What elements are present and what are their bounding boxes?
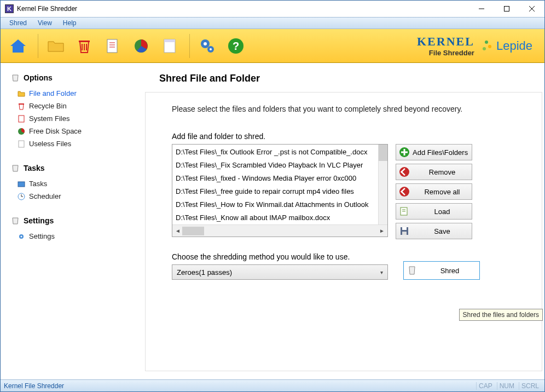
folder-button[interactable] bbox=[43, 33, 69, 59]
sidebar: Options File and Folder Recycle Bin Syst… bbox=[1, 63, 143, 379]
brand-sub: File Shredder bbox=[417, 49, 474, 57]
add-files-button[interactable]: Add Files\Folders bbox=[396, 144, 472, 160]
sidebar-group-tasks: Tasks bbox=[10, 163, 137, 173]
list-item[interactable]: D:\Test Files\_fix Outlook Error _.pst i… bbox=[176, 146, 387, 159]
load-button[interactable]: Load bbox=[396, 203, 472, 220]
svg-rect-36 bbox=[401, 152, 408, 153]
shred-button[interactable]: Shred bbox=[403, 261, 480, 280]
list-item[interactable]: D:\Test Files\_Fix Scrambled Video Playb… bbox=[176, 159, 387, 172]
file-icon bbox=[17, 114, 26, 123]
folder-icon bbox=[17, 89, 26, 98]
sidebar-group-settings: Settings bbox=[10, 216, 137, 226]
remove-button[interactable]: Remove bbox=[396, 164, 472, 180]
sidebar-item-system-files[interactable]: System Files bbox=[10, 112, 137, 125]
svg-point-23 bbox=[485, 41, 488, 44]
remove-icon bbox=[398, 166, 410, 178]
main-panel: Shred File and Folder Please select the … bbox=[143, 63, 544, 379]
list-label: Add file and folder to shred. bbox=[172, 132, 532, 141]
svg-rect-8 bbox=[107, 39, 117, 53]
tooltip: Shred the files and folders bbox=[459, 309, 543, 321]
svg-point-22 bbox=[488, 45, 491, 48]
vendor-logo: Lepide bbox=[481, 39, 540, 53]
svg-point-21 bbox=[483, 47, 486, 50]
app-icon: K bbox=[5, 4, 14, 13]
svg-rect-45 bbox=[402, 227, 407, 230]
separator bbox=[189, 34, 190, 58]
help-button[interactable]: ? bbox=[223, 33, 249, 59]
svg-point-16 bbox=[204, 42, 207, 45]
clock-icon bbox=[17, 192, 26, 201]
system-files-button[interactable] bbox=[100, 33, 126, 59]
save-button[interactable]: Save bbox=[396, 223, 472, 239]
menu-view[interactable]: View bbox=[32, 18, 57, 28]
tasks-group-icon bbox=[10, 163, 20, 173]
window-title: Kernel File Shredder bbox=[17, 5, 77, 13]
useless-files-button[interactable] bbox=[156, 33, 183, 59]
svg-rect-28 bbox=[18, 182, 25, 187]
list-item[interactable]: D:\Test Files\_How to Fix Winmail.dat At… bbox=[176, 198, 387, 211]
settings-button[interactable] bbox=[194, 33, 221, 59]
toolbar: ? KERNEL File Shredder Lepide bbox=[1, 29, 544, 63]
menu-shred[interactable]: Shred bbox=[4, 18, 32, 28]
sidebar-item-tasks[interactable]: Tasks bbox=[10, 177, 137, 190]
remove-icon bbox=[398, 186, 410, 198]
list-item[interactable]: D:\Test Files\_Know all about IMAP mailb… bbox=[176, 211, 387, 224]
maximize-button[interactable] bbox=[494, 1, 519, 17]
shred-icon bbox=[406, 264, 418, 276]
svg-point-18 bbox=[210, 48, 212, 50]
separator bbox=[38, 34, 38, 58]
sidebar-item-scheduler[interactable]: Scheduler bbox=[10, 190, 137, 203]
intro-text: Please select the files and folders that… bbox=[172, 105, 489, 113]
method-label: Choose the shredding method you would li… bbox=[172, 252, 388, 261]
page-title: Shred File and Folder bbox=[159, 73, 544, 84]
tasks-icon bbox=[17, 180, 26, 188]
home-button[interactable] bbox=[5, 33, 31, 59]
menubar: Shred View Help bbox=[1, 17, 544, 29]
minimize-button[interactable] bbox=[469, 1, 494, 17]
remove-all-button[interactable]: Remove all bbox=[396, 183, 472, 200]
svg-rect-27 bbox=[19, 141, 24, 147]
horizontal-scrollbar[interactable]: ◄► bbox=[172, 224, 387, 237]
gear-icon bbox=[17, 232, 26, 241]
sidebar-item-useless-files[interactable]: Useless Files bbox=[10, 137, 137, 150]
status-text: Kernel File Shredder bbox=[4, 382, 64, 390]
sidebar-item-recycle-bin[interactable]: Recycle Bin bbox=[10, 100, 137, 112]
svg-point-33 bbox=[21, 235, 22, 237]
options-icon bbox=[10, 73, 20, 83]
brand: KERNEL File Shredder bbox=[417, 34, 481, 57]
titlebar: K Kernel File Shredder bbox=[1, 1, 544, 17]
sidebar-group-options: Options bbox=[10, 73, 137, 83]
blank-file-icon bbox=[17, 140, 26, 148]
plus-icon bbox=[398, 146, 410, 158]
status-scrl: SCRL bbox=[519, 382, 541, 390]
svg-rect-14 bbox=[164, 39, 175, 42]
method-dropdown[interactable]: Zeroes(1 passes) ▾ bbox=[172, 264, 388, 280]
vertical-scrollbar[interactable] bbox=[378, 145, 387, 224]
recycle-button[interactable] bbox=[71, 33, 97, 59]
svg-rect-24 bbox=[19, 103, 24, 105]
close-button[interactable] bbox=[519, 1, 544, 17]
sidebar-item-file-and-folder[interactable]: File and Folder bbox=[10, 87, 137, 100]
status-num: NUM bbox=[497, 382, 517, 390]
brand-name: KERNEL bbox=[417, 34, 474, 49]
list-item[interactable]: D:\Test Files\_fixed - Windows Media Pla… bbox=[176, 172, 387, 185]
status-cap: CAP bbox=[476, 382, 495, 390]
statusbar: Kernel File Shredder CAP NUM SCRL bbox=[1, 379, 544, 391]
sidebar-item-free-disk-space[interactable]: Free Disk Space bbox=[10, 125, 137, 137]
svg-rect-46 bbox=[402, 232, 407, 235]
pie-icon bbox=[17, 127, 26, 136]
svg-rect-25 bbox=[19, 116, 24, 122]
svg-text:?: ? bbox=[233, 40, 239, 52]
recycle-icon bbox=[17, 102, 26, 111]
disk-space-button[interactable] bbox=[128, 33, 154, 59]
chevron-down-icon: ▾ bbox=[380, 269, 383, 275]
save-icon bbox=[398, 225, 410, 237]
list-item[interactable]: D:\Test Files\_free guide to repair corr… bbox=[176, 185, 387, 198]
sidebar-item-settings[interactable]: Settings bbox=[10, 230, 137, 243]
file-listbox[interactable]: D:\Test Files\_fix Outlook Error _.pst i… bbox=[172, 144, 388, 237]
svg-rect-1 bbox=[505, 7, 509, 11]
load-icon bbox=[398, 205, 410, 217]
settings-group-icon bbox=[10, 216, 20, 226]
svg-rect-7 bbox=[79, 41, 90, 42]
menu-help[interactable]: Help bbox=[57, 18, 82, 28]
